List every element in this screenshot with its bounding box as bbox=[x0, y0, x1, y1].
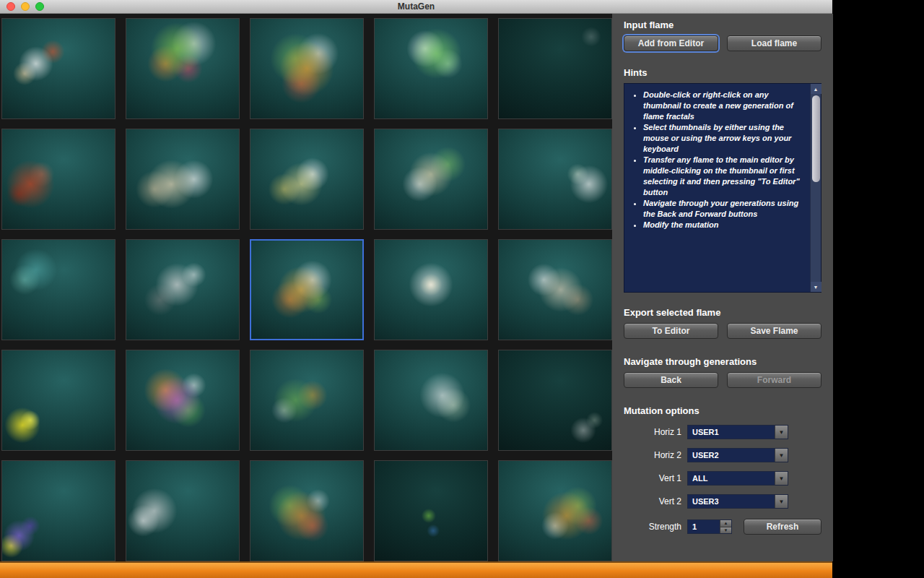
load-flame-button[interactable]: Load flame bbox=[727, 35, 821, 51]
minimize-button[interactable] bbox=[21, 2, 30, 11]
hint-item: Double-click or right-click on any thumb… bbox=[643, 90, 807, 122]
vert2-value[interactable]: USER3 bbox=[688, 495, 775, 508]
flame-thumbnail[interactable] bbox=[1, 460, 116, 561]
flame-thumbnail[interactable] bbox=[498, 350, 612, 451]
back-button[interactable]: Back bbox=[624, 372, 718, 388]
to-editor-button[interactable]: To Editor bbox=[624, 323, 718, 339]
horiz2-value[interactable]: USER2 bbox=[688, 449, 775, 462]
flame-thumbnail[interactable] bbox=[250, 129, 364, 230]
input-flame-heading: Input flame bbox=[624, 20, 821, 30]
navigate-heading: Navigate through generations bbox=[624, 356, 821, 367]
flame-thumbnail[interactable] bbox=[498, 129, 612, 230]
flame-thumbnail[interactable] bbox=[498, 460, 612, 561]
hint-item: Select thumbnails by either using the mo… bbox=[643, 122, 807, 155]
refresh-button[interactable]: Refresh bbox=[744, 519, 821, 535]
flame-thumbnail[interactable] bbox=[250, 18, 364, 119]
flame-thumbnail[interactable] bbox=[374, 18, 488, 119]
flame-thumbnail[interactable] bbox=[1, 129, 116, 230]
chevron-down-icon[interactable]: ▼ bbox=[775, 472, 788, 485]
hint-item: Transfer any flame to the main editor by… bbox=[643, 155, 807, 198]
chevron-down-icon[interactable]: ▼ bbox=[775, 426, 788, 439]
hints-box: Double-click or right-click on any thumb… bbox=[624, 83, 821, 293]
scrollbar-thumb[interactable] bbox=[812, 95, 820, 182]
flame-thumbnail[interactable] bbox=[374, 350, 488, 451]
horiz2-label: Horiz 2 bbox=[624, 450, 681, 460]
scroll-down-icon[interactable]: ▼ bbox=[811, 282, 821, 292]
horiz1-value[interactable]: USER1 bbox=[688, 426, 775, 439]
hint-item: Modify the mutation bbox=[643, 220, 807, 230]
horiz1-label: Horiz 1 bbox=[624, 427, 681, 437]
hints-list: Double-click or right-click on any thumb… bbox=[624, 84, 810, 292]
flame-thumbnail[interactable] bbox=[374, 460, 488, 561]
flame-thumbnail[interactable] bbox=[498, 239, 612, 340]
background-window-strip[interactable] bbox=[0, 561, 832, 578]
flame-thumbnail[interactable] bbox=[498, 18, 612, 119]
strength-label: Strength bbox=[624, 522, 681, 532]
export-heading: Export selected flame bbox=[624, 307, 821, 318]
zoom-button[interactable] bbox=[35, 2, 44, 11]
thumbnail-grid bbox=[0, 14, 612, 561]
scrollbar-track[interactable] bbox=[811, 94, 821, 282]
vert1-label: Vert 1 bbox=[624, 473, 681, 483]
flame-thumbnail[interactable] bbox=[126, 350, 240, 451]
flame-thumbnail[interactable] bbox=[250, 350, 364, 451]
chevron-down-icon[interactable]: ▼ bbox=[775, 495, 788, 508]
stepper-down-icon[interactable]: ▼ bbox=[720, 527, 731, 534]
flame-thumbnail[interactable] bbox=[250, 460, 364, 561]
stepper-up-icon[interactable]: ▲ bbox=[720, 520, 731, 527]
flame-thumbnail[interactable] bbox=[126, 460, 240, 561]
vert1-value[interactable]: ALL bbox=[688, 472, 775, 485]
hints-heading: Hints bbox=[624, 67, 821, 78]
mutation-options-heading: Mutation options bbox=[624, 405, 821, 416]
title-bar: MutaGen bbox=[0, 0, 832, 14]
flame-thumbnail[interactable] bbox=[126, 129, 240, 230]
mutagen-window: MutaGen Input flame Add from Editor Load… bbox=[0, 0, 832, 578]
vert2-dropdown[interactable]: USER3 ▼ bbox=[687, 494, 788, 509]
flame-thumbnail[interactable] bbox=[126, 18, 240, 119]
flame-thumbnail[interactable] bbox=[126, 239, 240, 340]
scroll-up-icon[interactable]: ▲ bbox=[811, 84, 821, 94]
flame-thumbnail[interactable] bbox=[1, 239, 116, 340]
strength-input[interactable] bbox=[688, 520, 720, 533]
horiz1-dropdown[interactable]: USER1 ▼ bbox=[687, 425, 788, 439]
flame-thumbnail[interactable] bbox=[1, 350, 116, 451]
flame-thumbnail[interactable] bbox=[250, 239, 364, 340]
flame-thumbnail[interactable] bbox=[1, 18, 116, 119]
window-title: MutaGen bbox=[398, 1, 435, 12]
vert1-dropdown[interactable]: ALL ▼ bbox=[687, 471, 788, 486]
traffic-lights bbox=[6, 2, 44, 11]
forward-button[interactable]: Forward bbox=[727, 372, 821, 388]
add-from-editor-button[interactable]: Add from Editor bbox=[624, 35, 718, 51]
side-panel: Input flame Add from Editor Load flame H… bbox=[612, 14, 833, 561]
flame-thumbnail[interactable] bbox=[374, 129, 488, 230]
horiz2-dropdown[interactable]: USER2 ▼ bbox=[687, 448, 788, 462]
close-button[interactable] bbox=[6, 2, 15, 11]
hints-scrollbar[interactable]: ▲ ▼ bbox=[810, 84, 821, 292]
strength-stepper[interactable]: ▲ ▼ bbox=[687, 519, 732, 534]
save-flame-button[interactable]: Save Flame bbox=[727, 323, 821, 339]
flame-thumbnail[interactable] bbox=[374, 239, 488, 340]
chevron-down-icon[interactable]: ▼ bbox=[775, 449, 788, 462]
hint-item: Navigate through your generations using … bbox=[643, 198, 807, 220]
vert2-label: Vert 2 bbox=[624, 496, 681, 506]
